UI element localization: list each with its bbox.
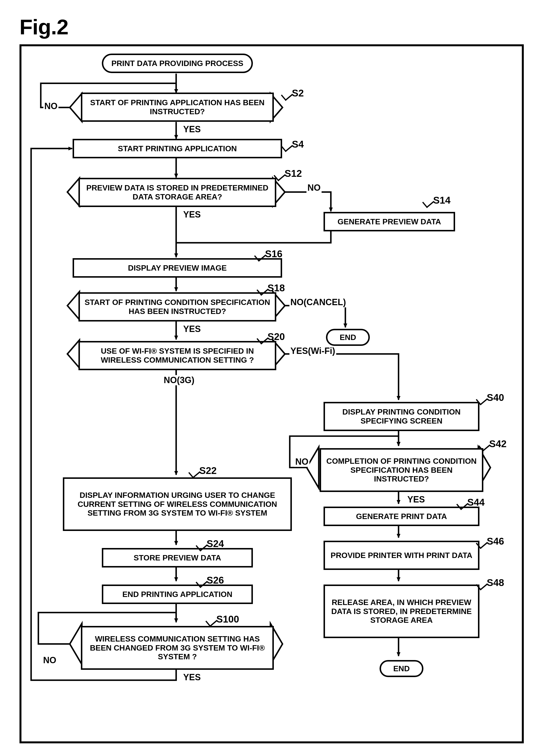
node-s12: PREVIEW DATA IS STORED IN PREDETERMINED …	[78, 178, 276, 207]
step-label-s22: S22	[199, 465, 217, 476]
node-s16: DISPLAY PREVIEW IMAGE	[73, 258, 282, 278]
step-label-s2: S2	[292, 88, 304, 99]
step-label-s20: S20	[267, 331, 285, 342]
tick-s22	[188, 467, 200, 479]
node-s4: START PRINTING APPLICATION	[73, 139, 282, 158]
step-label-s24: S24	[207, 538, 224, 549]
tick-s14	[422, 196, 434, 208]
step-label-s42: S42	[489, 438, 506, 449]
step-label-s4: S4	[292, 139, 304, 150]
node-s22: DISPLAY INFORMATION URGING USER TO CHANG…	[63, 477, 292, 531]
edge-s2-no: NO	[43, 101, 58, 111]
tick-s2	[281, 89, 293, 101]
node-end2: END	[380, 660, 423, 677]
node-s26: END PRINTING APPLICATION	[102, 585, 253, 604]
flowchart-diagram: PRINT DATA PROVIDING PROCESS START OF PR…	[19, 44, 524, 743]
step-label-s18: S18	[267, 283, 285, 293]
node-s44: GENERATE PRINT DATA	[324, 507, 479, 526]
step-label-s48: S48	[487, 577, 504, 588]
node-s20: USE OF WI-FI® SYSTEM IS SPECIFIED IN WIR…	[78, 341, 276, 370]
step-label-s12: S12	[285, 168, 302, 179]
figure-label: Fig.2	[19, 15, 525, 39]
step-label-s46: S46	[487, 536, 504, 547]
edge-s20-yes: YES(Wi-Fi)	[289, 346, 336, 356]
step-label-s44: S44	[467, 497, 485, 508]
edge-s100-yes: YES	[182, 672, 202, 682]
edge-s12-yes: YES	[182, 209, 202, 220]
tick-s100	[205, 615, 218, 627]
edge-s12-no: NO	[306, 183, 322, 193]
node-s42: COMPLETION OF PRINTING CONDITION SPECIFI…	[320, 448, 483, 492]
node-s18: START OF PRINTING CONDITION SPECIFICATIO…	[78, 292, 276, 321]
node-s14: GENERATE PREVIEW DATA	[324, 212, 455, 231]
node-s100: WIRELESS COMMUNICATION SETTING HAS BEEN …	[81, 626, 274, 670]
edge-s42-no: NO	[294, 457, 309, 467]
edge-s20-no: NO(3G)	[163, 375, 195, 385]
step-label-s16: S16	[265, 248, 282, 259]
edge-s18-yes: YES	[182, 324, 202, 334]
node-start: PRINT DATA PROVIDING PROCESS	[102, 54, 253, 73]
step-label-s14: S14	[433, 195, 450, 206]
node-s40: DISPLAY PRINTING CONDITION SPECIFYING SC…	[324, 402, 479, 431]
edge-s100-no: NO	[42, 655, 57, 665]
step-label-s40: S40	[487, 392, 504, 403]
edge-s18-no: NO(CANCEL)	[289, 297, 347, 307]
edge-s42-yes: YES	[406, 494, 426, 505]
node-s2: START OF PRINTING APPLICATION HAS BEEN I…	[81, 93, 274, 122]
node-end1: END	[326, 329, 370, 346]
node-s24: STORE PREVIEW DATA	[102, 548, 253, 567]
step-label-s100: S100	[216, 614, 239, 625]
edge-s2-yes: YES	[182, 124, 202, 134]
step-label-s26: S26	[207, 575, 224, 586]
tick-s4	[281, 140, 293, 152]
node-s48: RELEASE AREA, IN WHICH PREVIEW DATA IS S…	[324, 585, 479, 638]
node-s46: PROVIDE PRINTER WITH PRINT DATA	[324, 541, 479, 570]
